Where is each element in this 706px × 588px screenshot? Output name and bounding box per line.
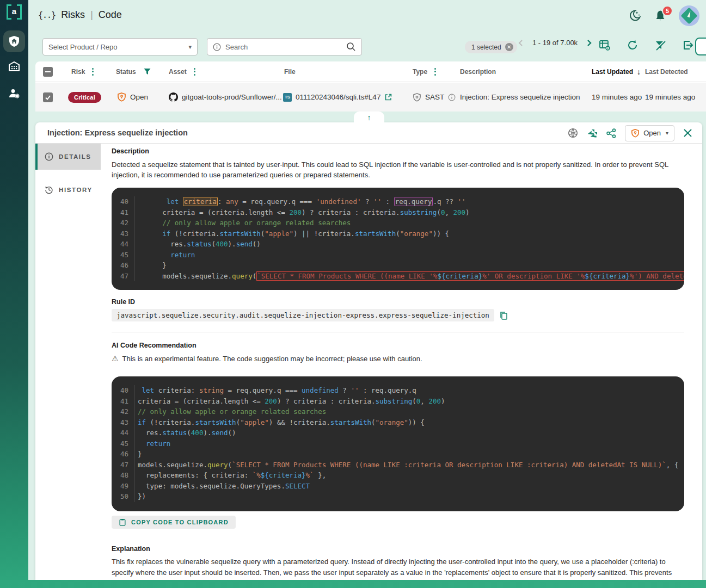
- breadcrumb: {..} Risks | Code: [38, 9, 122, 21]
- rule-provider-icon[interactable]: [568, 128, 578, 138]
- open-status-shield-icon: [631, 129, 640, 138]
- selection-chip[interactable]: 1 selected ✕: [465, 41, 517, 53]
- search-field[interactable]: [207, 38, 362, 55]
- table-header: Risk Status Asset File Type Descri: [35, 61, 706, 82]
- clipboard-icon: [119, 518, 126, 526]
- file-label[interactable]: 011120243046/sqli.ts#L47: [296, 93, 380, 101]
- warning-text: This is an experimental feature. The cod…: [122, 355, 422, 363]
- column-asset[interactable]: Asset: [169, 61, 195, 82]
- rule-id-value: javascript.sequelize.security.audit.sequ…: [112, 309, 494, 321]
- select-placeholder: Select Product / Repo: [48, 43, 117, 51]
- select-all-checkbox[interactable]: [43, 61, 53, 82]
- close-icon[interactable]: [683, 128, 692, 138]
- panel-body: Description Detected a sequelize stateme…: [112, 144, 684, 580]
- arrow-up-icon: ↑: [367, 113, 371, 122]
- column-type[interactable]: Type: [413, 61, 436, 82]
- column-last-detected[interactable]: Last Detected: [645, 61, 688, 82]
- tab-history[interactable]: HISTORY: [35, 182, 101, 198]
- main-sidebar: a: [0, 0, 28, 588]
- description-cell: Injection: Express sequelize injection: [460, 83, 580, 112]
- column-status[interactable]: Status: [116, 61, 151, 82]
- info-icon: [213, 43, 221, 51]
- experimental-warning: ⚠ This is an experimental feature. The c…: [112, 354, 684, 363]
- app-window: a {..}: [0, 0, 706, 588]
- tab-details[interactable]: DETAILS: [35, 144, 101, 170]
- sidebar-item-inventory[interactable]: [3, 55, 25, 77]
- next-page-button[interactable]: [585, 39, 593, 47]
- check-mark: [45, 94, 51, 101]
- user-settings-icon: [8, 88, 20, 100]
- last-updated-cell: 19 minutes ago: [592, 83, 642, 112]
- column-settings-button[interactable]: [599, 39, 611, 51]
- copy-code-button[interactable]: COPY CODE TO CLIPBOARD: [112, 516, 236, 529]
- prev-page-button[interactable]: [517, 39, 525, 47]
- risk-cell: Critical: [68, 83, 101, 112]
- title-separator: |: [90, 9, 93, 21]
- partial-action-button[interactable]: [695, 38, 706, 55]
- info-icon[interactable]: [448, 94, 456, 101]
- status-label: Open: [130, 93, 148, 101]
- sast-shield-icon: [413, 93, 421, 102]
- rule-id-heading: Rule ID: [112, 298, 684, 306]
- column-risk[interactable]: Risk: [71, 61, 94, 82]
- asset-label[interactable]: gitgoat-tools-prod/Sunflower/...: [182, 93, 282, 101]
- column-description[interactable]: Description: [460, 61, 496, 82]
- description-label: Injection: Express sequelize injection: [460, 93, 580, 101]
- file-cell[interactable]: TS 011120243046/sqli.ts#L47: [283, 83, 392, 112]
- logo-letter: a: [7, 7, 22, 16]
- risks-table: Risk Status Asset File Type Descri: [35, 61, 706, 112]
- moon-stars-icon: [628, 9, 642, 23]
- column-file[interactable]: File: [284, 61, 296, 82]
- share-icon[interactable]: [606, 128, 616, 138]
- panel-tab-rail: DETAILS HISTORY: [35, 144, 101, 580]
- vulnerable-code-block: 40 let criteria: any = req.query.q === '…: [112, 188, 684, 290]
- apiiro-logo[interactable]: a: [7, 4, 22, 20]
- table-row[interactable]: Critical Open gitgoat-tools-prod/Sunflow…: [35, 83, 706, 112]
- dark-mode-toggle[interactable]: [628, 9, 642, 23]
- panel-header: Injection: Express sequelize injection: [35, 122, 702, 144]
- column-menu-icon[interactable]: [434, 68, 436, 76]
- copy-icon[interactable]: [499, 311, 508, 320]
- product-repo-select[interactable]: Select Product / Repo ▾: [42, 38, 198, 55]
- github-icon: [169, 92, 178, 102]
- asset-cell[interactable]: gitgoat-tools-prod/Sunflower/...: [169, 83, 282, 112]
- typescript-file-icon: TS: [283, 93, 292, 102]
- filter-active-icon[interactable]: [143, 67, 151, 76]
- sidebar-item-admin[interactable]: [3, 83, 25, 104]
- pagination-label: 1 - 19 of 7.00k: [532, 39, 578, 47]
- refresh-button[interactable]: [627, 39, 639, 51]
- clear-filters-button[interactable]: [654, 39, 666, 51]
- section-divider: [112, 332, 684, 332]
- row-checkbox[interactable]: [43, 83, 53, 112]
- info-icon: [45, 152, 53, 161]
- notifications-button[interactable]: 5: [654, 9, 667, 22]
- column-menu-icon[interactable]: [92, 68, 94, 76]
- ai-recommendation-heading: AI Code Recommendation: [112, 342, 684, 349]
- status-dropdown[interactable]: Open ▾: [625, 125, 674, 141]
- warning-icon: ⚠: [112, 354, 119, 363]
- risk-detail-panel: Injection: Express sequelize injection: [35, 122, 702, 580]
- column-menu-icon[interactable]: [194, 68, 195, 76]
- notification-badge: 5: [662, 5, 673, 16]
- chevron-down-icon: ▾: [188, 44, 192, 51]
- type-cell: SAST: [413, 83, 456, 112]
- page-title-secondary: Code: [99, 9, 122, 21]
- selection-chip-label: 1 selected: [471, 44, 501, 51]
- send-to-tracker-icon[interactable]: [587, 128, 598, 139]
- open-status-shield-icon: [117, 92, 126, 102]
- sort-desc-icon: ↓: [637, 67, 641, 76]
- search-input[interactable]: [225, 43, 342, 51]
- clear-selection-icon[interactable]: ✕: [505, 43, 513, 51]
- search-icon[interactable]: [346, 42, 356, 52]
- external-link-icon[interactable]: [384, 93, 392, 101]
- column-last-updated[interactable]: Last Updated ↓: [592, 61, 641, 82]
- status-cell: Open: [117, 83, 148, 112]
- explanation-body: This fix replaces the vulnerable sequeli…: [112, 556, 684, 580]
- user-avatar[interactable]: [679, 5, 699, 26]
- export-button[interactable]: [682, 39, 694, 51]
- recommended-code-block: 40 let criteria: string = req.query.q ==…: [112, 376, 684, 511]
- explanation-heading: Explanation: [112, 545, 684, 553]
- sidebar-item-risks[interactable]: [3, 30, 25, 52]
- page-title-primary: Risks: [61, 9, 85, 21]
- expand-panel-tab[interactable]: ↑: [354, 112, 384, 123]
